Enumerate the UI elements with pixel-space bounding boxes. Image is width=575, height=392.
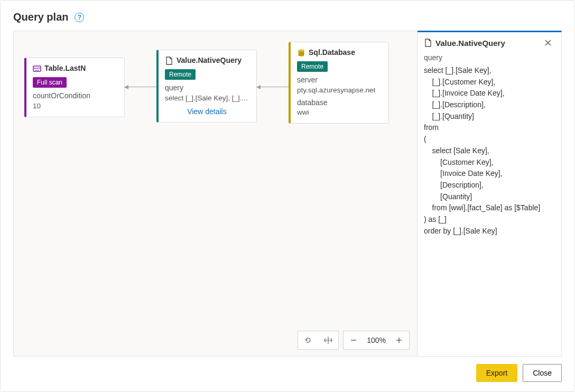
export-button[interactable]: Export <box>476 364 517 382</box>
node-header: Table.LastN <box>33 63 117 74</box>
fit-view-button[interactable] <box>318 331 338 349</box>
close-button[interactable]: Close <box>523 364 562 382</box>
badge-fullscan: Full scan <box>33 77 67 88</box>
minus-icon <box>350 337 357 344</box>
query-label: query <box>165 83 249 94</box>
query-plan-dialog: Query plan ? Table.LastN Full scan count… <box>0 0 575 392</box>
document-icon <box>424 39 432 47</box>
help-icon[interactable]: ? <box>75 13 84 22</box>
node-title: Sql.Database <box>309 48 355 58</box>
details-title: Value.NativeQuery <box>435 39 505 48</box>
svg-point-3 <box>299 49 304 51</box>
zoom-out-button[interactable] <box>344 331 364 349</box>
plan-canvas[interactable]: Table.LastN Full scan countOrCondition 1… <box>13 31 418 357</box>
database-label: database <box>297 98 381 108</box>
database-value: wwi <box>297 108 381 118</box>
undo-icon <box>304 336 312 344</box>
badge-remote: Remote <box>297 61 328 72</box>
details-header: Value.NativeQuery <box>424 38 555 48</box>
node-header: Sql.Database <box>297 48 381 58</box>
node-header: Value.NativeQuery <box>165 55 249 66</box>
dialog-title: Query plan <box>13 11 68 23</box>
zoom-controls-group: 100% <box>343 331 410 350</box>
node-title: Table.LastN <box>44 63 86 74</box>
close-icon <box>545 40 551 46</box>
node-native-query[interactable]: Value.NativeQuery Remote query select [_… <box>156 50 257 123</box>
server-value: pty.sql.azuresynapse.net <box>297 86 381 96</box>
dialog-footer: Export Close <box>13 357 562 382</box>
param-label: countOrCondition <box>33 91 117 101</box>
content-row: Table.LastN Full scan countOrCondition 1… <box>13 31 562 357</box>
zoom-bar: 100% <box>298 331 410 350</box>
node-table-lastn[interactable]: Table.LastN Full scan countOrCondition 1… <box>24 58 125 117</box>
fit-icon <box>323 335 333 345</box>
view-controls-group <box>298 331 339 350</box>
table-icon <box>33 64 41 73</box>
badge-remote: Remote <box>165 69 196 80</box>
node-title: Value.NativeQuery <box>177 55 242 66</box>
plus-icon <box>395 337 403 344</box>
arrow <box>125 87 156 87</box>
zoom-in-button[interactable] <box>389 331 409 349</box>
dialog-header: Query plan ? <box>13 11 562 23</box>
server-label: server <box>297 75 381 86</box>
close-details-button[interactable] <box>544 38 555 48</box>
zoom-level: 100% <box>364 336 389 344</box>
document-icon <box>165 57 173 65</box>
node-sql-database[interactable]: Sql.Database Remote server pty.sql.azure… <box>289 42 389 124</box>
database-icon <box>297 49 305 57</box>
svg-rect-0 <box>33 66 41 71</box>
details-section-label: query <box>424 53 555 62</box>
arrow <box>257 87 289 87</box>
view-details-link[interactable]: View details <box>165 104 249 117</box>
query-preview: select [_].[Sale Key], [_].... <box>165 94 249 104</box>
details-query-text: select [_].[Sale Key], [_].[Customer Key… <box>424 65 555 237</box>
details-panel: Value.NativeQuery query select [_].[Sale… <box>417 31 562 357</box>
reset-view-button[interactable] <box>298 331 318 349</box>
param-value: 10 <box>33 101 117 111</box>
